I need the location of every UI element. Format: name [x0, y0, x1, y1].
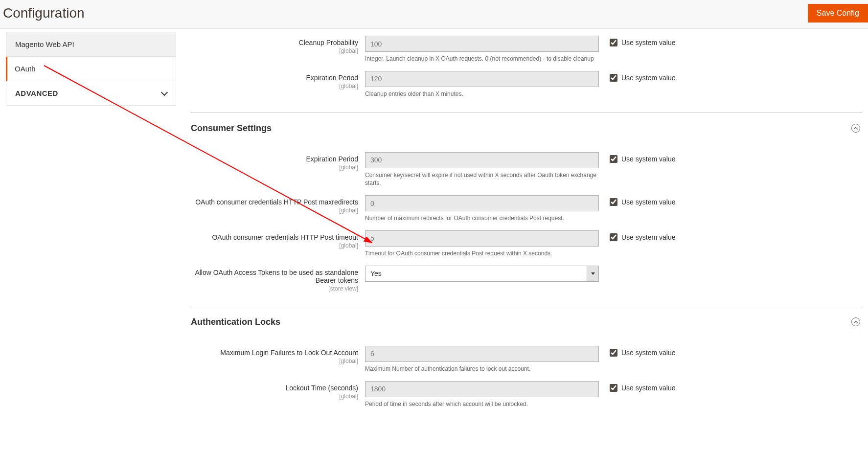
field-label: Allow OAuth Access Tokens to be used as …	[191, 266, 365, 292]
field-post-timeout: OAuth consumer credentials HTTP Post tim…	[191, 226, 862, 262]
use-system-value-label: Use system value	[621, 74, 675, 82]
field-label: OAuth consumer credentials HTTP Post tim…	[191, 230, 365, 249]
field-hint: Maximum Number of authentication failure…	[365, 365, 599, 373]
maxredirects-input[interactable]	[365, 195, 599, 211]
save-config-button[interactable]: Save Config	[808, 4, 868, 23]
page-title: Configuration	[3, 5, 85, 21]
max-login-failures-input[interactable]	[365, 346, 599, 362]
collapse-icon	[851, 317, 860, 326]
section-header-consumer-settings[interactable]: Consumer Settings	[191, 112, 862, 140]
field-label: Lockout Time (seconds) [global]	[191, 381, 365, 400]
section-title: Consumer Settings	[191, 123, 272, 134]
field-hint: Integer. Launch cleanup in X OAuth reque…	[365, 55, 599, 63]
field-label: Maximum Login Failures to Lock Out Accou…	[191, 346, 365, 364]
field-hint: Consumer key/secret will expire if not u…	[365, 171, 599, 188]
field-lockout-time: Lockout Time (seconds) [global] Period o…	[191, 377, 862, 412]
field-label: Cleanup Probability [global]	[191, 36, 365, 54]
use-system-value-label: Use system value	[621, 349, 675, 357]
main-panel: Cleanup Probability [global] Integer. La…	[176, 32, 868, 431]
sidebar-item-advanced[interactable]: ADVANCED	[6, 81, 176, 106]
field-expiration-period: Expiration Period [global] Cleanup entri…	[191, 67, 862, 102]
post-timeout-input[interactable]	[365, 230, 599, 247]
field-max-login-failures: Maximum Login Failures to Lock Out Accou…	[191, 334, 862, 377]
use-system-value-checkbox[interactable]	[610, 155, 617, 163]
content-area: Magento Web API OAuth ADVANCED Cleanup P…	[0, 29, 868, 431]
use-system-value-checkbox[interactable]	[610, 233, 617, 241]
cleanup-probability-input[interactable]	[365, 36, 599, 52]
use-system-value-checkbox[interactable]	[610, 198, 617, 206]
use-system-value-label: Use system value	[621, 198, 675, 206]
use-system-value-checkbox[interactable]	[610, 39, 617, 46]
field-cleanup-probability: Cleanup Probability [global] Integer. La…	[191, 32, 862, 67]
use-system-value-checkbox[interactable]	[610, 74, 617, 82]
field-hint: Timeout for OAuth consumer credentials P…	[365, 249, 599, 258]
chevron-down-icon	[161, 89, 168, 95]
bearer-tokens-select[interactable]: Yes	[365, 266, 599, 282]
collapse-icon	[851, 124, 860, 133]
sidebar-item-magento-web-api[interactable]: Magento Web API	[6, 32, 176, 57]
field-maxredirects: OAuth consumer credentials HTTP Post max…	[191, 191, 862, 226]
field-hint: Number of maximum redirects for OAuth co…	[365, 214, 599, 223]
sidebar-item-advanced-label: ADVANCED	[15, 89, 58, 97]
sidebar: Magento Web API OAuth ADVANCED	[0, 32, 176, 431]
sidebar-item-oauth[interactable]: OAuth	[6, 57, 176, 81]
field-label: Expiration Period [global]	[191, 152, 365, 171]
page-header: Configuration Save Config	[0, 0, 868, 29]
use-system-value-checkbox[interactable]	[610, 349, 617, 357]
use-system-value-label: Use system value	[621, 233, 675, 241]
use-system-value-label: Use system value	[621, 384, 675, 392]
field-bearer-tokens: Allow OAuth Access Tokens to be used as …	[191, 262, 862, 296]
use-system-value-label: Use system value	[621, 39, 675, 46]
field-hint: Period of time in seconds after which ac…	[365, 400, 599, 408]
use-system-value-label: Use system value	[621, 155, 675, 163]
consumer-expiration-input[interactable]	[365, 152, 599, 168]
field-hint: Cleanup entries older than X minutes.	[365, 90, 599, 98]
expiration-period-input[interactable]	[365, 71, 599, 87]
field-label: OAuth consumer credentials HTTP Post max…	[191, 195, 365, 214]
use-system-value-checkbox[interactable]	[610, 384, 617, 392]
section-header-authentication-locks[interactable]: Authentication Locks	[191, 306, 862, 334]
field-consumer-expiration: Expiration Period [global] Consumer key/…	[191, 140, 862, 192]
section-title: Authentication Locks	[191, 317, 280, 327]
lockout-time-input[interactable]	[365, 381, 599, 397]
field-label: Expiration Period [global]	[191, 71, 365, 90]
